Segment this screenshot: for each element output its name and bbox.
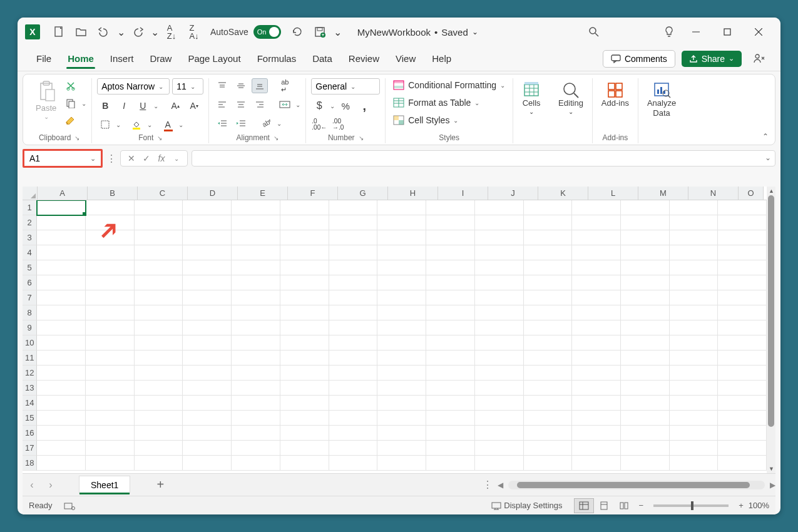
cell[interactable] <box>232 260 280 275</box>
cell[interactable] <box>280 426 329 441</box>
cell[interactable] <box>572 200 621 215</box>
cell[interactable] <box>621 230 670 245</box>
cell[interactable] <box>183 441 232 456</box>
cell[interactable] <box>377 200 426 215</box>
display-settings-button[interactable]: Display Settings <box>491 501 562 510</box>
row-header[interactable]: 18 <box>23 456 37 471</box>
increase-indent-icon[interactable] <box>233 116 249 131</box>
cell[interactable] <box>183 230 232 245</box>
cell[interactable] <box>718 260 767 275</box>
cell[interactable] <box>377 215 426 230</box>
cell[interactable] <box>718 441 767 456</box>
cell[interactable] <box>718 320 767 335</box>
cell[interactable] <box>475 320 524 335</box>
font-color-icon[interactable]: A <box>160 117 176 132</box>
cell[interactable] <box>621 381 670 396</box>
cell[interactable] <box>232 275 280 290</box>
percent-format-icon[interactable]: % <box>337 98 354 113</box>
cancel-formula-icon[interactable]: ✕ <box>125 153 138 163</box>
cell[interactable] <box>37 275 86 290</box>
workbook-title[interactable]: MyNewWorkbook • Saved ⌄ <box>357 27 478 38</box>
cell[interactable] <box>329 260 378 275</box>
formula-input[interactable]: ⌄ <box>192 150 775 166</box>
align-center-icon[interactable] <box>233 97 249 112</box>
cell[interactable] <box>183 200 232 215</box>
row-header[interactable]: 15 <box>23 411 37 426</box>
qat-customize-dropdown[interactable]: ⌄ <box>332 22 344 42</box>
tab-file[interactable]: File <box>29 49 59 68</box>
analyze-data-button[interactable]: Analyze Data <box>643 78 680 120</box>
cell[interactable] <box>329 275 378 290</box>
cell[interactable] <box>670 335 719 350</box>
underline-dropdown[interactable]: ⌄ <box>153 103 158 110</box>
conditional-formatting-button[interactable]: Conditional Formatting⌄ <box>391 78 508 92</box>
cell[interactable] <box>377 350 426 366</box>
cell[interactable] <box>232 350 280 366</box>
cell[interactable] <box>377 335 426 350</box>
fill-color-icon[interactable] <box>128 117 145 132</box>
cell[interactable] <box>37 215 86 230</box>
cell[interactable] <box>37 411 86 426</box>
cell[interactable] <box>86 350 135 366</box>
clipboard-dialog-icon[interactable]: ↘ <box>74 135 79 141</box>
cell[interactable] <box>37 350 86 366</box>
fx-dropdown[interactable]: ⌄ <box>170 155 183 162</box>
cell[interactable] <box>718 456 767 471</box>
cell[interactable] <box>280 456 329 471</box>
sort-asc-icon[interactable]: AZ↓ <box>161 22 182 42</box>
cell[interactable] <box>183 366 232 381</box>
cell[interactable] <box>37 335 86 350</box>
cell[interactable] <box>572 350 621 366</box>
cell[interactable] <box>377 411 426 426</box>
cell[interactable] <box>621 275 670 290</box>
align-top-icon[interactable] <box>214 78 230 93</box>
row-header[interactable]: 2 <box>23 215 37 230</box>
cell[interactable] <box>377 366 426 381</box>
cell[interactable] <box>280 290 329 305</box>
col-header[interactable]: A <box>38 187 88 200</box>
cell[interactable] <box>37 305 86 320</box>
italic-button[interactable]: I <box>116 98 132 113</box>
sheet-options-icon[interactable]: ⋮ <box>483 479 493 491</box>
cell[interactable] <box>475 305 524 320</box>
cell[interactable] <box>524 215 573 230</box>
decrease-decimal-icon[interactable]: .00→.0 <box>330 117 346 132</box>
cell[interactable] <box>621 366 670 381</box>
orientation-icon[interactable]: ab <box>258 116 274 131</box>
cell[interactable] <box>475 290 524 305</box>
cell[interactable] <box>135 456 183 471</box>
row-header[interactable]: 17 <box>23 441 37 456</box>
cell[interactable] <box>524 260 573 275</box>
scroll-left-icon[interactable]: ◀ <box>498 481 503 489</box>
cell[interactable] <box>670 350 719 366</box>
cell[interactable] <box>329 290 378 305</box>
cell[interactable] <box>426 215 475 230</box>
cell[interactable] <box>329 381 378 396</box>
tab-help[interactable]: Help <box>424 49 459 68</box>
cell[interactable] <box>524 366 573 381</box>
cell[interactable] <box>621 456 670 471</box>
cell[interactable] <box>183 305 232 320</box>
cell[interactable] <box>426 381 475 396</box>
vertical-scrollbar[interactable]: ▲ ▼ <box>767 187 775 473</box>
cell[interactable] <box>135 335 183 350</box>
row-header[interactable]: 12 <box>23 366 37 381</box>
row-header[interactable]: 8 <box>23 305 37 320</box>
cell[interactable] <box>232 456 280 471</box>
cell[interactable] <box>426 230 475 245</box>
cell[interactable] <box>329 366 378 381</box>
macro-record-icon[interactable] <box>64 501 75 510</box>
cell[interactable] <box>86 230 135 245</box>
cell[interactable] <box>670 305 719 320</box>
cell[interactable] <box>135 290 183 305</box>
cell[interactable] <box>377 275 426 290</box>
row-header[interactable]: 4 <box>23 245 37 260</box>
col-header[interactable]: B <box>88 187 138 200</box>
cell[interactable] <box>135 350 183 366</box>
cell[interactable] <box>426 411 475 426</box>
undo-button[interactable] <box>94 22 114 42</box>
zoom-level[interactable]: 100% <box>749 501 769 510</box>
row-header[interactable]: 11 <box>23 350 37 366</box>
cell[interactable] <box>37 426 86 441</box>
merge-center-icon[interactable] <box>277 97 293 112</box>
